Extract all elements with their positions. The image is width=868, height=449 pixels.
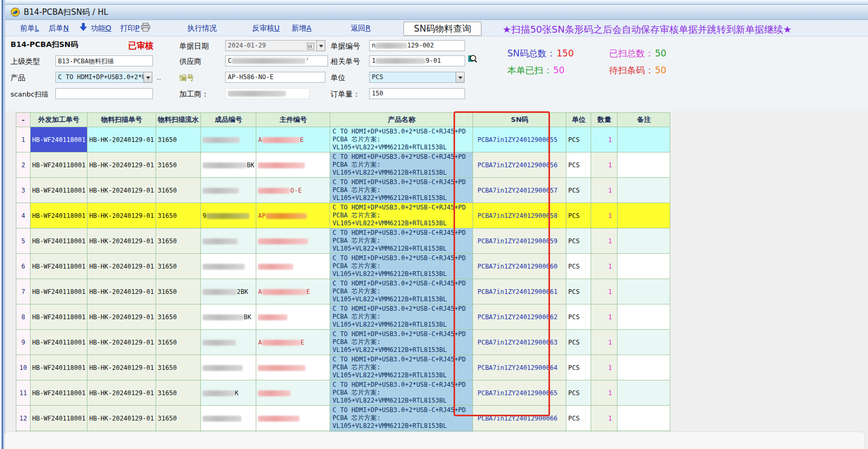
cell-unit[interactable]: PCS: [566, 228, 591, 254]
cell-serial[interactable]: 31650: [156, 380, 200, 406]
cell-note[interactable]: [618, 127, 670, 152]
cell-unit[interactable]: PCS: [566, 304, 591, 330]
cell-row-no[interactable]: 1: [16, 127, 31, 152]
cell-product-code[interactable]: [200, 254, 256, 279]
cell-product-name[interactable]: C TO HDMI+DP+USB3.0+2*USB-C+RJ45+PD PCBA…: [330, 330, 473, 355]
cell-product-code[interactable]: [200, 330, 256, 355]
product-combo[interactable]: C TO HDMI+DP+USB3.0+2*USB-C+: [55, 72, 144, 83]
cell-main-part[interactable]: AE: [256, 279, 330, 304]
order-qty-field[interactable]: 150: [369, 88, 465, 99]
cell-sn[interactable]: PCBA7in1ZY24012900060: [473, 254, 566, 279]
cell-serial[interactable]: 31650: [156, 127, 200, 152]
cell-sn[interactable]: PCBA7in1ZY24012900063: [473, 330, 566, 355]
cell-qty[interactable]: 1: [591, 330, 618, 355]
cell-sn[interactable]: PCBA7in1ZY24012900062: [473, 304, 566, 330]
toolbar-item-add-new[interactable]: 新增A: [292, 24, 312, 33]
unit-combo[interactable]: PCS: [369, 72, 456, 83]
cell-serial[interactable]: 31650: [156, 330, 200, 355]
cell-row-no[interactable]: 6: [16, 254, 31, 279]
toolbar-item-reverse-audit[interactable]: 反审核U: [252, 24, 279, 33]
cell-note[interactable]: [618, 254, 670, 279]
cell-note[interactable]: [618, 330, 670, 355]
cell-qty[interactable]: 1: [591, 127, 618, 152]
cell-main-part[interactable]: [256, 380, 330, 406]
cell-product-code[interactable]: [200, 178, 256, 203]
doc-date-field[interactable]: 2024-01-29: [225, 40, 325, 51]
cell-main-part[interactable]: [256, 254, 330, 279]
cell-sn[interactable]: PCBA7in1ZY24012900066: [473, 406, 566, 431]
cell-wf-order[interactable]: HB-WF240118001: [31, 228, 88, 254]
cell-product-code[interactable]: [200, 127, 256, 152]
cell-row-no[interactable]: 3: [16, 178, 31, 203]
cell-scan-no[interactable]: HB-HK-20240129-01: [88, 279, 156, 304]
product-dropdown-arrow[interactable]: [143, 72, 152, 83]
toolbar-item-next-doc[interactable]: 后单N: [49, 24, 69, 33]
cell-unit[interactable]: PCS: [566, 127, 591, 152]
cell-main-part[interactable]: O-E: [256, 178, 330, 203]
cell-wf-order[interactable]: HB-WF240118001: [31, 178, 88, 203]
cell-main-part[interactable]: AE: [256, 330, 330, 355]
cell-serial[interactable]: 31650: [156, 152, 200, 178]
cell-serial[interactable]: 31650: [156, 254, 200, 279]
cell-row-no[interactable]: 7: [16, 279, 31, 304]
cell-qty[interactable]: 1: [591, 304, 618, 330]
cell-unit[interactable]: PCS: [566, 254, 591, 279]
cell-sn[interactable]: PCBA7in1ZY24012900061: [473, 279, 566, 304]
cell-unit[interactable]: PCS: [566, 330, 591, 355]
cell-row-no[interactable]: 9: [16, 330, 31, 355]
parent-type-field[interactable]: B13-PCBA物料扫描: [55, 55, 153, 66]
cell-unit[interactable]: PCS: [566, 178, 591, 203]
cell-sn[interactable]: PCBA7in1ZY24012900059: [473, 228, 566, 254]
cell-product-name[interactable]: C TO HDMI+DP+USB3.0+2*USB-C+RJ45+PD PCBA…: [330, 279, 473, 304]
cell-scan-no[interactable]: HB-HK-20240129-01: [88, 380, 156, 406]
cell-qty[interactable]: 1: [591, 228, 618, 254]
cell-sn[interactable]: PCBA7in1ZY24012900056: [473, 152, 566, 178]
cell-note[interactable]: [618, 380, 670, 406]
cell-scan-no[interactable]: HB-HK-20240129-01: [88, 304, 156, 330]
cell-row-no[interactable]: 11: [16, 380, 31, 406]
unit-dropdown-arrow[interactable]: [456, 72, 465, 83]
cell-product-name[interactable]: C TO HDMI+DP+USB3.0+2*USB-C+RJ45+PD PCBA…: [330, 355, 473, 380]
cell-unit[interactable]: PCS: [566, 152, 591, 178]
cell-product-code[interactable]: 2BK: [200, 279, 256, 304]
supplier-field[interactable]: C': [225, 55, 328, 66]
cell-main-part[interactable]: AE: [256, 127, 330, 152]
cell-note[interactable]: [618, 203, 670, 228]
cell-row-no[interactable]: 4: [16, 203, 31, 228]
cell-note[interactable]: [618, 279, 670, 304]
cell-unit[interactable]: PCS: [566, 380, 591, 406]
cell-main-part[interactable]: AP: [256, 203, 330, 228]
cell-row-no[interactable]: 2: [16, 152, 31, 178]
cell-sn[interactable]: PCBA7in1ZY24012900058: [473, 203, 566, 228]
cell-product-code[interactable]: [200, 228, 256, 254]
cell-product-name[interactable]: C TO HDMI+DP+USB3.0+2*USB-C+RJ45+PD PCBA…: [330, 406, 473, 431]
cell-serial[interactable]: 31650: [156, 178, 200, 203]
cell-scan-no[interactable]: HB-HK-20240129-01: [88, 203, 156, 228]
cell-product-name[interactable]: C TO HDMI+DP+USB3.0+2*USB-C+RJ45+PD PCBA…: [330, 254, 473, 279]
cell-product-name[interactable]: C TO HDMI+DP+USB3.0+2*USB-C+RJ45+PD PCBA…: [330, 152, 473, 178]
cell-product-code[interactable]: [200, 355, 256, 380]
cell-serial[interactable]: 31650: [156, 406, 200, 431]
doc-no-field[interactable]: n129-002: [369, 40, 465, 51]
cell-note[interactable]: [618, 152, 670, 178]
cell-wf-order[interactable]: HB-WF240118001: [31, 279, 88, 304]
cell-scan-no[interactable]: HB-HK-20240129-01: [88, 254, 156, 279]
cell-main-part[interactable]: [256, 228, 330, 254]
cell-wf-order[interactable]: HB-WF240118001: [31, 304, 88, 330]
toolbar-item-print[interactable]: 打印P: [120, 24, 139, 33]
cell-product-code[interactable]: [200, 406, 256, 431]
cell-sn[interactable]: PCBA7in1ZY24012900064: [473, 355, 566, 380]
cell-wf-order[interactable]: HB-WF240118001: [31, 330, 88, 355]
toolbar-item-functions[interactable]: 功能O: [91, 24, 111, 33]
cell-qty[interactable]: 1: [591, 279, 618, 304]
cell-serial[interactable]: 31650: [156, 228, 200, 254]
related-no-field[interactable]: 19-01: [369, 55, 465, 66]
cell-qty[interactable]: 1: [591, 178, 618, 203]
cell-qty[interactable]: 1: [591, 355, 618, 380]
cell-scan-no[interactable]: HB-HK-20240129-01: [88, 127, 156, 152]
printer-icon[interactable]: [140, 23, 151, 34]
cell-unit[interactable]: PCS: [566, 406, 591, 431]
cell-product-code[interactable]: K: [200, 380, 256, 406]
cell-product-code[interactable]: BK: [200, 304, 256, 330]
cell-qty[interactable]: 1: [591, 380, 618, 406]
